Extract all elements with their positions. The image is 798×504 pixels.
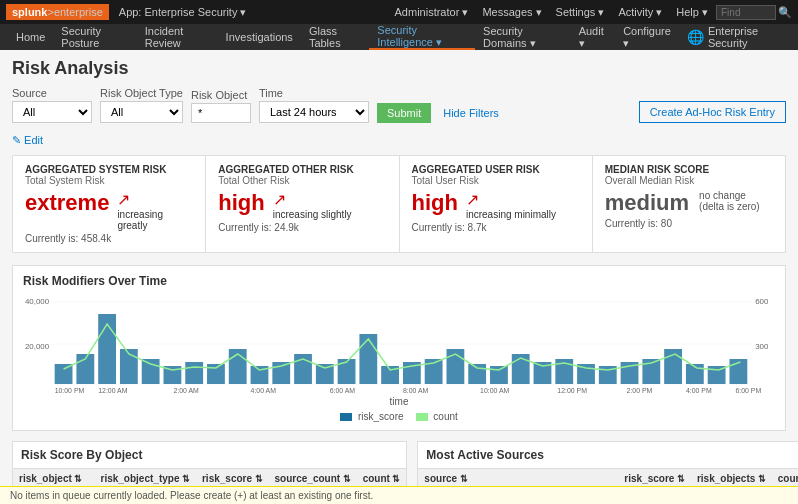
legend-count: count [416,411,458,422]
svg-text:2:00 AM: 2:00 AM [173,387,199,394]
risk-card-system-title: AGGREGATED SYSTEM RISK [25,164,193,175]
chart-svg: 40,000 20,000 600 300 [23,294,775,394]
footer: No items in queue currently loaded. Plea… [0,486,798,504]
top-nav-right: Administrator ▾ Messages ▾ Settings ▾ Ac… [389,5,792,20]
risk-object-type-label: Risk Object Type [100,87,183,99]
brand-label: Enterprise Security [708,25,782,49]
messages-nav[interactable]: Messages ▾ [476,6,547,19]
svg-text:4:00 PM: 4:00 PM [686,387,712,394]
nav-glass-tables[interactable]: Glass Tables [301,24,369,50]
trend-arrow-other: ↗ [273,190,352,209]
svg-rect-7 [55,364,73,384]
svg-text:300: 300 [755,342,769,351]
trend-label-other: increasing slightly [273,209,352,220]
risk-card-median: MEDIAN RISK SCORE Overall Median Risk me… [593,156,785,252]
source-select[interactable]: All [12,101,92,123]
risk-value-user: high [412,190,458,216]
svg-text:12:00 AM: 12:00 AM [98,387,127,394]
nav-investigations[interactable]: Investigations [218,24,301,50]
risk-value-median: medium [605,190,689,216]
svg-rect-11 [142,359,160,384]
chart-title: Risk Modifiers Over Time [23,274,775,288]
svg-text:6:00 AM: 6:00 AM [330,387,356,394]
find-input[interactable] [716,5,776,20]
source-label: Source [12,87,92,99]
risk-currently-system: Currently is: 458.4k [25,233,193,244]
risk-object-input[interactable] [191,103,251,123]
time-filter: Time Last 24 hours Last 7 days Last 30 d… [259,87,369,123]
help-nav[interactable]: Help ▾ [670,6,714,19]
settings-nav[interactable]: Settings ▾ [550,6,611,19]
risk-object-label: Risk Object [191,89,251,101]
risk-object-type-select[interactable]: All [100,101,183,123]
risk-object-type-filter: Risk Object Type All [100,87,183,123]
splunk-logo: splunk>enterprise [6,4,109,20]
activity-nav[interactable]: Activity ▾ [612,6,668,19]
svg-text:6:00 PM: 6:00 PM [735,387,761,394]
risk-card-system-subtitle: Total System Risk [25,175,193,186]
risk-currently-other: Currently is: 24.9k [218,222,386,233]
risk-value-system: extreme [25,190,109,216]
risk-value-other: high [218,190,264,216]
svg-rect-26 [468,364,486,384]
risk-by-object-title: Risk Score By Object [13,442,406,469]
risk-card-system: AGGREGATED SYSTEM RISK Total System Risk… [13,156,206,252]
admin-nav[interactable]: Administrator ▾ [389,6,475,19]
search-icon: 🔍 [778,6,792,19]
svg-rect-13 [185,362,203,384]
svg-text:4:00 AM: 4:00 AM [251,387,277,394]
trend-arrow-user: ↗ [466,190,556,209]
nav-configure[interactable]: Configure ▾ [615,24,679,50]
most-active-sources-title: Most Active Sources [418,442,798,469]
nav-security-intelligence[interactable]: Security Intelligence ▾ [369,24,475,50]
trend-label-median: no change (delta is zero) [699,190,773,212]
globe-icon: 🌐 [687,29,704,45]
legend-count-box [416,413,428,421]
svg-text:40,000: 40,000 [25,297,50,306]
filter-bar: Source All Risk Object Type All Risk Obj… [12,87,786,123]
legend-risk-score: risk_score [340,411,403,422]
risk-cards: AGGREGATED SYSTEM RISK Total System Risk… [12,155,786,253]
submit-button[interactable]: Submit [377,103,431,123]
risk-card-median-title: MEDIAN RISK SCORE [605,164,773,175]
create-adhoc-button[interactable]: Create Ad-Hoc Risk Entry [639,101,786,123]
svg-text:12:00 PM: 12:00 PM [557,387,587,394]
page-title: Risk Analysis [12,58,786,79]
nav-security-domains[interactable]: Security Domains ▾ [475,24,571,50]
risk-card-other-title: AGGREGATED OTHER RISK [218,164,386,175]
svg-text:20,000: 20,000 [25,342,50,351]
legend-risk-score-label: risk_score [358,411,404,422]
risk-card-user-title: AGGREGATED USER RISK [412,164,580,175]
risk-object-filter: Risk Object [191,89,251,123]
nav-security-posture[interactable]: Security Posture [53,24,136,50]
top-bar: splunk>enterprise App: Enterprise Securi… [0,0,798,24]
svg-rect-21 [359,334,377,384]
svg-text:600: 600 [755,297,769,306]
legend-count-label: count [433,411,457,422]
nav-home[interactable]: Home [8,24,53,50]
trend-label-system: increasing greatly [117,209,193,231]
footer-message: No items in queue currently loaded. Plea… [10,490,373,501]
brand-area: 🌐 Enterprise Security [679,25,790,49]
second-nav-bar: Home Security Posture Incident Review In… [0,24,798,50]
risk-currently-user: Currently is: 8.7k [412,222,580,233]
app-label[interactable]: App: Enterprise Security ▾ [113,6,253,19]
risk-card-user-subtitle: Total User Risk [412,175,580,186]
risk-card-median-subtitle: Overall Median Risk [605,175,773,186]
svg-text:2:00 PM: 2:00 PM [627,387,653,394]
trend-arrow-system: ↗ [117,190,193,209]
time-select[interactable]: Last 24 hours Last 7 days Last 30 days [259,101,369,123]
chart-area: 40,000 20,000 600 300 [23,294,775,394]
nav-audit[interactable]: Audit ▾ [571,24,616,50]
hide-filters-button[interactable]: Hide Filters [439,103,503,123]
legend-risk-score-box [340,413,352,421]
svg-text:8:00 AM: 8:00 AM [403,387,429,394]
risk-card-other-subtitle: Total Other Risk [218,175,386,186]
source-filter: Source All [12,87,92,123]
page-content: Risk Analysis Source All Risk Object Typ… [0,50,798,504]
risk-currently-median: Currently is: 80 [605,218,773,229]
chart-x-label: time [23,396,775,407]
nav-incident-review[interactable]: Incident Review [137,24,218,50]
edit-link[interactable]: ✎ Edit [12,134,43,147]
trend-label-user: increasing minimally [466,209,556,220]
